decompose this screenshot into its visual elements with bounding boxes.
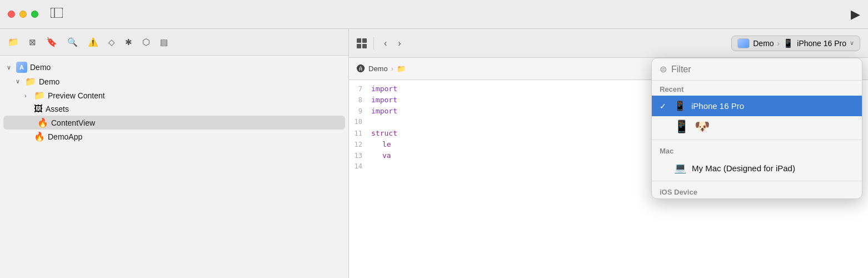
- device-selector[interactable]: Demo › 📱 iPhone 16 Pro ∨: [731, 36, 860, 51]
- device-dropdown: ⊜ Recent ✓ 📱 iPhone 16 Pro 📱 🐶 Mac: [651, 58, 862, 199]
- filter-icon: ⊜: [660, 64, 667, 75]
- folder-icon: 📁: [25, 76, 36, 87]
- line-content: va: [371, 151, 391, 160]
- phone-icon: 📱: [783, 38, 794, 48]
- divider: [652, 140, 862, 140]
- chevron-icon: ∨: [7, 64, 13, 71]
- tree-item-preview-content[interactable]: › 📁 Preview Content: [0, 88, 348, 102]
- device-item-label: iPhone 16 Pro: [691, 101, 744, 111]
- stamp-icon[interactable]: ✱: [123, 35, 134, 49]
- tree-item-assets[interactable]: › 🖼 Assets: [0, 102, 348, 116]
- nav-back-button[interactable]: ‹: [381, 37, 390, 49]
- divider-2: [652, 181, 862, 181]
- filter-input[interactable]: [671, 64, 854, 75]
- line-number: 12: [349, 141, 371, 148]
- line-number: 14: [349, 162, 371, 170]
- svg-rect-0: [51, 8, 63, 18]
- checkmark-icon: ✓: [660, 102, 669, 111]
- simulator-dog-icon: 🐶: [695, 120, 710, 134]
- selector-sep: ›: [777, 39, 780, 48]
- line-number: 10: [349, 118, 371, 126]
- nav-forward-button[interactable]: ›: [395, 37, 404, 49]
- line-content: import: [371, 107, 397, 115]
- app-selector-icon: [737, 38, 750, 48]
- swift-icon: 🔥: [34, 131, 45, 142]
- line-content: import: [371, 85, 397, 93]
- mac-section-label: Mac: [652, 142, 862, 157]
- tree-label-preview-content: Preview Content: [48, 91, 105, 100]
- assets-icon: 🖼: [34, 104, 43, 114]
- tree-item-demo-root[interactable]: ∨ A Demo: [0, 60, 348, 75]
- inspect-icon[interactable]: ⊠: [27, 35, 38, 49]
- tree-item-demoapp[interactable]: › 🔥 DemoApp: [0, 130, 348, 143]
- tree-item-demo-folder[interactable]: ∨ 📁 Demo: [0, 75, 348, 88]
- tree-label-demo-folder: Demo: [39, 77, 59, 86]
- minimize-button[interactable]: [19, 11, 27, 18]
- folder-icon[interactable]: 📁: [6, 34, 21, 49]
- tree-label-assets: Assets: [46, 105, 69, 113]
- chevron-icon: ∨: [16, 78, 22, 85]
- line-number: 8: [349, 96, 371, 104]
- mac-icon: 💻: [674, 162, 686, 174]
- editor-toolbar: ‹ › Demo › 📱 iPhone 16 Pro ∨: [349, 29, 868, 58]
- mac-item-mymac[interactable]: 💻 My Mac (Designed for iPad): [652, 157, 862, 178]
- breadcrumb-app: Demo: [368, 64, 388, 73]
- breadcrumb-sep: ›: [391, 64, 393, 73]
- chevron-icon: ›: [24, 92, 31, 99]
- breadcrumb: 🅐 Demo › 📁: [357, 64, 406, 73]
- recent-section-label: Recent: [652, 81, 862, 96]
- bookmark-icon[interactable]: 🔖: [44, 34, 59, 49]
- ios-device-section-label: iOS Device: [652, 183, 862, 198]
- maximize-button[interactable]: [31, 11, 38, 18]
- folder-icon: 📁: [34, 90, 45, 101]
- app-selector-label: Demo: [753, 39, 774, 48]
- grid-view-icon[interactable]: [357, 38, 367, 48]
- filter-bar: ⊜: [652, 58, 862, 81]
- warning-icon[interactable]: ⚠️: [86, 35, 101, 49]
- shape-icon[interactable]: ⬡: [140, 34, 152, 49]
- sidebar-toolbar: 📁 ⊠ 🔖 🔍 ⚠️ ◇ ✱ ⬡ ▤: [0, 29, 348, 56]
- line-content: le: [371, 140, 391, 148]
- simulator-phone-icon: 📱: [674, 120, 689, 134]
- tree-item-contentview[interactable]: › 🔥 ContentView: [3, 116, 345, 130]
- run-button[interactable]: ▶: [851, 7, 860, 22]
- device-name: iPhone 16 Pro: [797, 39, 846, 48]
- app-breadcrumb-icon: 🅐: [357, 64, 365, 73]
- sidebar: 📁 ⊠ 🔖 🔍 ⚠️ ◇ ✱ ⬡ ▤ ∨ A Demo ∨ 📁 Demo: [0, 29, 349, 278]
- tree-label-demoapp: DemoApp: [48, 132, 82, 141]
- main-area: 📁 ⊠ 🔖 🔍 ⚠️ ◇ ✱ ⬡ ▤ ∨ A Demo ∨ 📁 Demo: [0, 29, 868, 278]
- editor-area: ‹ › Demo › 📱 iPhone 16 Pro ∨ 🅐 Demo › 📁: [349, 29, 868, 278]
- swift-icon: 🔥: [37, 117, 48, 128]
- list-icon[interactable]: ▤: [158, 35, 170, 49]
- mac-item-label: My Mac (Designed for iPad): [692, 163, 795, 173]
- line-number: 7: [349, 85, 371, 93]
- tree-label-contentview: ContentView: [51, 118, 95, 127]
- phone-icon: 📱: [674, 100, 686, 112]
- title-bar: ▶: [0, 0, 868, 29]
- close-button[interactable]: [8, 11, 15, 18]
- line-content: struct: [371, 129, 397, 137]
- app-icon: A: [16, 62, 27, 73]
- line-number: 9: [349, 107, 371, 115]
- search-icon[interactable]: 🔍: [65, 35, 80, 49]
- simulator-row[interactable]: 📱 🐶: [652, 116, 862, 137]
- device-item-iphone16pro[interactable]: ✓ 📱 iPhone 16 Pro: [652, 96, 862, 116]
- sidebar-toggle-icon[interactable]: [51, 8, 63, 21]
- line-number: 11: [349, 130, 371, 137]
- line-content: import: [371, 96, 397, 104]
- tree-label-demo-root: Demo: [30, 63, 51, 72]
- window-controls: [8, 11, 38, 18]
- line-number: 13: [349, 152, 371, 160]
- chevron-down-icon: ∨: [850, 39, 854, 47]
- diamond-icon[interactable]: ◇: [106, 35, 117, 49]
- sidebar-tree: ∨ A Demo ∨ 📁 Demo › 📁 Preview Content › …: [0, 56, 348, 278]
- breadcrumb-folder-icon: 📁: [397, 64, 406, 73]
